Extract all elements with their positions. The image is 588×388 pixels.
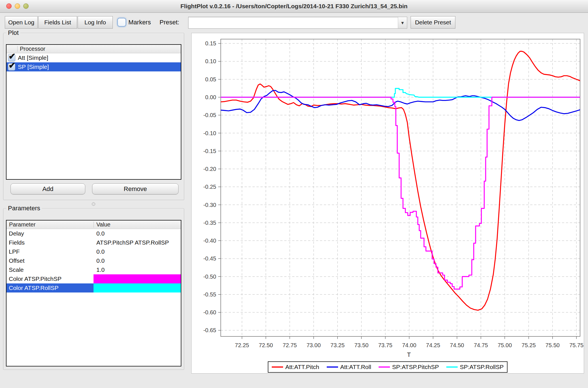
legend-line-icon [327,366,338,368]
x-axis-label: T [407,351,411,358]
svg-text:-0.55: -0.55 [203,291,216,298]
legend-label: Att:ATT.Roll [340,364,371,370]
param-value[interactable]: 0.0 [94,256,181,265]
param-row-scale[interactable]: Scale 1.0 [7,265,181,274]
svg-text:0.15: 0.15 [205,40,216,46]
svg-text:-0.40: -0.40 [203,238,216,244]
chart-legend: Att:ATT.PitchAtt:ATT.RollSP:ATSP.PitchSP… [192,361,584,373]
svg-text:73.75: 73.75 [378,342,392,348]
legend-label: Att:ATT.Pitch [285,364,319,370]
legend-item: Att:ATT.Pitch [272,364,319,370]
svg-text:-0.45: -0.45 [203,255,216,262]
chevron-down-icon: ▼ [400,20,405,25]
param-row-fields[interactable]: Fields ATSP.PitchSP ATSP.RollSP [7,238,181,247]
param-name: LPF [7,247,94,256]
param-row-lpf[interactable]: LPF 0.0 [7,247,181,256]
param-name: Color ATSP.PitchSP [7,274,94,283]
legend-item: SP:ATSP.PitchSP [379,364,439,370]
svg-text:0.10: 0.10 [205,58,216,64]
param-name: Delay [7,229,94,238]
parameters-group: Parameters Parameter Value Delay 0.0 Fie… [3,208,184,370]
svg-text:74.75: 74.75 [474,342,488,348]
fields-list-button[interactable]: Fields List [38,16,77,29]
processor-table-header: Processor [7,45,181,53]
svg-text:-0.50: -0.50 [203,273,216,280]
svg-text:73.50: 73.50 [354,342,368,348]
markers-label: Markers [128,16,151,29]
legend-label: SP:ATSP.PitchSP [392,364,439,370]
svg-text:75.25: 75.25 [522,342,536,348]
svg-text:75.75: 75.75 [569,342,583,348]
color-swatch-rollsp[interactable] [94,283,181,292]
svg-text:74.00: 74.00 [402,342,416,348]
svg-text:-0.25: -0.25 [203,184,216,190]
series-Att:ATT.Roll [221,90,580,120]
remove-button[interactable]: Remove [92,183,179,194]
splitter-handle[interactable] [92,202,95,206]
svg-text:-0.35: -0.35 [203,220,216,226]
processor-column-header: Processor [20,46,45,52]
delete-preset-button[interactable]: Delete Preset [411,16,455,29]
plot-row-sp[interactable]: ✔ SP [Simple] [7,62,181,71]
flight-chart[interactable]: 72.2572.5072.7573.0073.2573.5073.7574.00… [192,33,584,359]
legend-item: SP:ATSP.RollSP [446,364,504,370]
param-value[interactable]: 1.0 [94,265,181,274]
parameters-table-header: Parameter Value [7,220,181,229]
window-title: FlightPlot v.0.2.16 - /Users/ton/Copter/… [0,0,588,12]
chart-panel: 72.2572.5072.7573.0073.2573.5073.7574.00… [191,33,584,374]
param-name: Offset [7,256,94,265]
param-row-offset[interactable]: Offset 0.0 [7,256,181,265]
toolbar: Open Log Fields List Log Info Markers Pr… [0,13,588,32]
svg-text:74.50: 74.50 [450,342,464,348]
color-swatch-pitchsp[interactable] [94,274,181,283]
param-name: Scale [7,265,94,274]
plot-row-att[interactable]: ✔ Att [Simple] [7,53,181,62]
param-row-color-pitchsp[interactable]: Color ATSP.PitchSP [7,274,181,283]
legend-line-icon [272,366,283,368]
preset-label: Preset: [160,16,179,29]
svg-text:-0.60: -0.60 [203,309,216,315]
svg-text:72.50: 72.50 [259,342,273,348]
preset-dropdown-button[interactable]: ▼ [398,17,407,28]
preset-value[interactable] [191,17,397,28]
svg-text:-0.15: -0.15 [203,148,216,154]
preset-combobox[interactable]: ▼ [188,17,407,29]
markers-checkbox[interactable] [117,18,126,27]
svg-text:74.25: 74.25 [426,342,440,348]
svg-text:0.05: 0.05 [205,76,216,82]
param-row-delay[interactable]: Delay 0.0 [7,229,181,238]
param-value[interactable]: 0.0 [94,247,181,256]
parameters-table: Parameter Value Delay 0.0 Fields ATSP.Pi… [6,220,181,366]
svg-text:72.25: 72.25 [235,342,249,348]
value-column-header: Value [96,221,111,228]
processor-table: Processor ✔ Att [Simple] ✔ SP [Simple] [6,44,181,180]
log-info-button[interactable]: Log Info [78,16,113,29]
param-name: Fields [7,238,94,247]
add-button[interactable]: Add [10,183,85,194]
param-value[interactable]: 0.0 [94,229,181,238]
param-name: Color ATSP.RollSP [7,283,94,292]
open-log-button[interactable]: Open Log [5,16,38,29]
param-value[interactable]: ATSP.PitchSP ATSP.RollSP [94,238,181,247]
plot-row-label: Att [Simple] [18,54,48,61]
param-row-color-rollsp[interactable]: Color ATSP.RollSP [7,283,181,292]
svg-text:75.00: 75.00 [498,342,512,348]
flightplot-window: { "window": { "title": "FlightPlot v.0.2… [0,0,588,388]
parameters-group-title: Parameters [6,205,42,212]
legend-line-icon [379,366,390,368]
svg-text:-0.10: -0.10 [203,130,216,136]
svg-text:-0.65: -0.65 [203,327,216,333]
svg-text:-0.30: -0.30 [203,202,216,208]
legend-label: SP:ATSP.RollSP [460,364,504,370]
svg-text:-0.20: -0.20 [203,166,216,172]
series-SP:ATSP.PitchSP [221,97,580,289]
svg-text:73.00: 73.00 [307,342,321,348]
plot-row-label: SP [Simple] [18,63,49,70]
plot-group: Plot Processor ✔ Att [Simple] ✔ SP [Simp… [3,33,184,200]
parameter-column-header: Parameter [9,221,35,228]
plot-group-title: Plot [6,29,20,37]
sp-checkbox[interactable]: ✔ [8,63,15,71]
legend-item: Att:ATT.Roll [327,364,371,370]
svg-text:73.25: 73.25 [330,342,345,348]
svg-text:-0.05: -0.05 [203,112,216,118]
